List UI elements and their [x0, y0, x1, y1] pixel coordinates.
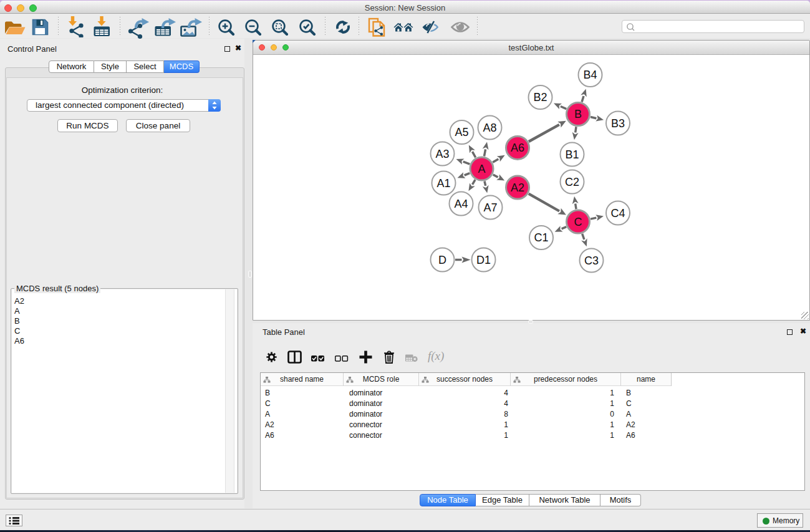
svg-text:A: A	[478, 163, 485, 175]
svg-text:A7: A7	[483, 201, 497, 214]
svg-text:B: B	[574, 108, 582, 120]
svg-text:A6: A6	[511, 142, 524, 154]
svg-text:C: C	[574, 216, 582, 228]
svg-text:C2: C2	[565, 176, 579, 188]
svg-text:A5: A5	[455, 126, 468, 138]
svg-text:A3: A3	[435, 148, 449, 160]
svg-text:A4: A4	[454, 198, 468, 210]
svg-text:D: D	[438, 254, 446, 266]
svg-text:B3: B3	[611, 117, 625, 130]
svg-text:A2: A2	[511, 181, 524, 194]
svg-text:A8: A8	[483, 122, 496, 134]
svg-text:C4: C4	[610, 207, 625, 220]
svg-text:B4: B4	[583, 69, 597, 81]
svg-text:D1: D1	[476, 254, 491, 266]
svg-text:B1: B1	[565, 148, 579, 161]
svg-text:A1: A1	[436, 177, 450, 190]
svg-text:B2: B2	[533, 91, 547, 104]
svg-text:C1: C1	[534, 231, 548, 244]
svg-text:C3: C3	[584, 254, 599, 267]
